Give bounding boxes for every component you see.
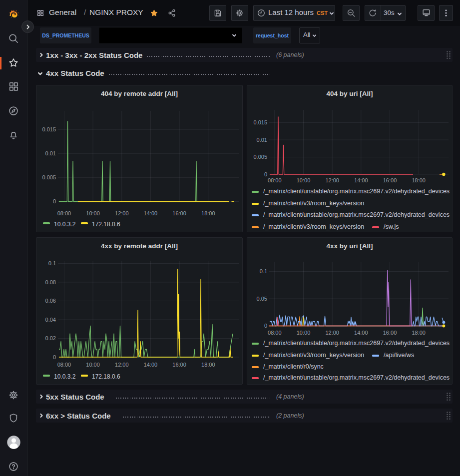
svg-text:12:00: 12:00 — [115, 210, 129, 216]
svg-text:16:00: 16:00 — [172, 362, 186, 368]
svg-text:0.04: 0.04 — [45, 317, 56, 323]
svg-text:0: 0 — [53, 198, 56, 204]
svg-text:0.005: 0.005 — [42, 174, 56, 180]
svg-text:0.01: 0.01 — [45, 150, 56, 156]
svg-text:0.015: 0.015 — [42, 126, 56, 132]
svg-text:10:00: 10:00 — [86, 362, 100, 368]
svg-text:0.02: 0.02 — [45, 335, 56, 341]
svg-text:0.1: 0.1 — [48, 260, 56, 266]
svg-text:08:00: 08:00 — [57, 210, 71, 216]
svg-text:18:00: 18:00 — [201, 362, 215, 368]
svg-text:08:00: 08:00 — [57, 362, 71, 368]
svg-text:12:00: 12:00 — [115, 362, 129, 368]
svg-text:0.06: 0.06 — [45, 298, 56, 304]
svg-text:14:00: 14:00 — [144, 210, 158, 216]
svg-text:0.08: 0.08 — [45, 279, 56, 285]
svg-text:10:00: 10:00 — [86, 210, 100, 216]
svg-text:18:00: 18:00 — [201, 210, 215, 216]
svg-text:14:00: 14:00 — [144, 362, 158, 368]
svg-text:0: 0 — [53, 354, 56, 360]
svg-text:16:00: 16:00 — [172, 210, 186, 216]
